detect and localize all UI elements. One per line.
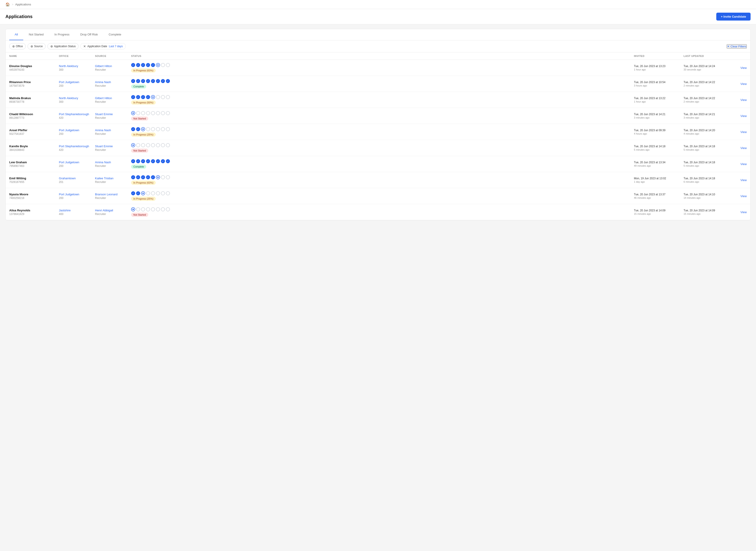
office-filter[interactable]: ⊕ Office: [9, 43, 26, 49]
status-circle: ✓: [156, 159, 160, 163]
source-link[interactable]: Kailee Tristian: [95, 176, 131, 180]
breadcrumb-separator: >: [12, 3, 14, 6]
source-filter[interactable]: ⊕ Source: [28, 43, 46, 49]
tab-all[interactable]: All: [9, 29, 23, 40]
status-circle: [151, 207, 155, 211]
updated-date: Tue, 20 Jun 2023 at 14:18: [684, 145, 733, 148]
cell-updated-1: Tue, 20 Jun 2023 at 14:22 2 minutes ago: [684, 81, 733, 87]
source-link[interactable]: Stuart Emmie: [95, 144, 131, 148]
invite-candidate-button[interactable]: + Invite Candidate: [716, 13, 751, 21]
updated-rel: 15 minutes ago: [684, 212, 733, 215]
applicant-phone: 8938730778: [9, 100, 59, 103]
office-link[interactable]: Port Judgetown: [59, 128, 95, 132]
updated-rel: 14 minutes ago: [684, 196, 733, 199]
cell-updated-0: Tue, 20 Jun 2023 at 14:24 33 seconds ago: [684, 65, 733, 71]
updated-date: Tue, 20 Jun 2023 at 14:22: [684, 81, 733, 84]
view-link[interactable]: View: [733, 146, 747, 150]
status-badge: In Progress (63%): [131, 68, 156, 72]
updated-date: Tue, 20 Jun 2023 at 14:09: [684, 209, 733, 212]
cell-invited-0: Tue, 20 Jun 2023 at 13:23 1 hour ago: [634, 65, 684, 71]
app-status-filter[interactable]: ⊕ Application Status: [47, 43, 79, 49]
source-link[interactable]: Branson Leonard: [95, 193, 131, 196]
tab-not-started[interactable]: Not Started: [23, 29, 49, 40]
status-badge: Not Started: [131, 213, 148, 217]
clear-x-icon: ✕: [727, 45, 730, 48]
tab-in-progress[interactable]: In Progress: [49, 29, 75, 40]
updated-date: Tue, 20 Jun 2023 at 14:10: [684, 193, 733, 196]
applicant-phone: 7400258218: [9, 196, 59, 200]
view-link[interactable]: View: [733, 82, 747, 86]
status-circles: [131, 111, 170, 115]
invited-date: Tue, 20 Jun 2023 at 14:21: [634, 113, 684, 116]
office-link[interactable]: Port Judgetown: [59, 160, 95, 164]
status-circle: ✓: [131, 95, 135, 99]
cell-name-7: Emil Witting 7028187655: [9, 176, 59, 183]
source-link[interactable]: Amina Nash: [95, 128, 131, 132]
office-link[interactable]: Port Judgetown: [59, 193, 95, 196]
office-link[interactable]: North Alekbury: [59, 96, 95, 100]
status-circles: ✓✓: [131, 191, 170, 195]
status-circle: ✓: [146, 79, 150, 83]
status-circle: [151, 127, 155, 131]
source-role: Recruiter: [95, 212, 131, 216]
cell-invited-6: Tue, 20 Jun 2023 at 13:34 49 minutes ago: [634, 161, 684, 167]
status-circle: [161, 207, 165, 211]
invited-date: Tue, 20 Jun 2023 at 14:18: [634, 145, 684, 148]
clear-filters-button[interactable]: ✕ Clear Filters: [727, 44, 747, 49]
office-num: 420: [59, 116, 95, 119]
invited-rel: 49 minutes ago: [634, 164, 684, 167]
view-link[interactable]: View: [733, 114, 747, 118]
applicant-name: Emil Witting: [9, 176, 59, 180]
status-circle: [161, 191, 165, 195]
status-circle: ✓: [141, 63, 145, 67]
view-link[interactable]: View: [733, 130, 747, 134]
app-status-filter-label: Application Status: [54, 45, 76, 48]
status-badge: Complete: [131, 84, 146, 88]
source-link[interactable]: Stuart Emmie: [95, 112, 131, 116]
topbar: 🏠 > Applications: [0, 0, 756, 9]
source-link[interactable]: Henri Abbigail: [95, 209, 131, 212]
office-link[interactable]: Port Stephanieborough: [59, 144, 95, 148]
office-link[interactable]: Port Stephanieborough: [59, 112, 95, 116]
view-link[interactable]: View: [733, 178, 747, 182]
applicant-name: Rhiannon Price: [9, 80, 59, 84]
view-link[interactable]: View: [733, 210, 747, 214]
status-circle: ✓: [136, 95, 140, 99]
invited-date: Tue, 20 Jun 2023 at 13:37: [634, 193, 684, 196]
home-icon[interactable]: 🏠: [5, 2, 10, 7]
status-circle: ✓: [141, 159, 145, 163]
source-role: Recruiter: [95, 196, 131, 200]
applicant-phone: 3841638843: [9, 148, 59, 151]
col-name: NAME: [9, 55, 59, 57]
source-link[interactable]: Gilbert Hilton: [95, 64, 131, 68]
office-num: 200: [59, 164, 95, 167]
app-date-filter[interactable]: ✕ Application Date Last 7 days: [80, 43, 126, 49]
office-link[interactable]: North Alekbury: [59, 64, 95, 68]
view-link[interactable]: View: [733, 66, 747, 70]
cell-updated-7: Tue, 20 Jun 2023 at 14:18 6 minutes ago: [684, 177, 733, 183]
source-link[interactable]: Amina Nash: [95, 80, 131, 84]
source-link[interactable]: Gilbert Hilton: [95, 96, 131, 100]
applicant-phone: 9327541837: [9, 132, 59, 135]
office-num: 420: [59, 148, 95, 151]
source-link[interactable]: Amina Nash: [95, 160, 131, 164]
office-link[interactable]: Grahamtown: [59, 176, 95, 180]
cell-status-7: ✓✓✓✓✓In Progress (63%): [131, 175, 634, 185]
office-num: 201: [59, 180, 95, 183]
updated-rel: 5 minutes ago: [684, 164, 733, 167]
tab-drop-off-risk[interactable]: Drop Off Risk: [75, 29, 103, 40]
status-circle: ✓: [161, 159, 165, 163]
status-circle: [146, 111, 150, 115]
office-link[interactable]: Port Judgetown: [59, 80, 95, 84]
cell-name-2: Malinda Brakus 8938730778: [9, 96, 59, 103]
cell-updated-8: Tue, 20 Jun 2023 at 14:10 14 minutes ago: [684, 193, 733, 199]
view-link[interactable]: View: [733, 162, 747, 166]
office-link[interactable]: Jastshire: [59, 209, 95, 212]
cell-invited-8: Tue, 20 Jun 2023 at 13:37 46 minutes ago: [634, 193, 684, 199]
view-link[interactable]: View: [733, 98, 747, 102]
date-value: Last 7 days: [109, 45, 123, 48]
view-link[interactable]: View: [733, 194, 747, 198]
status-badge: Not Started: [131, 116, 148, 121]
invited-rel: 3 minutes ago: [634, 116, 684, 119]
tab-complete[interactable]: Complete: [103, 29, 127, 40]
